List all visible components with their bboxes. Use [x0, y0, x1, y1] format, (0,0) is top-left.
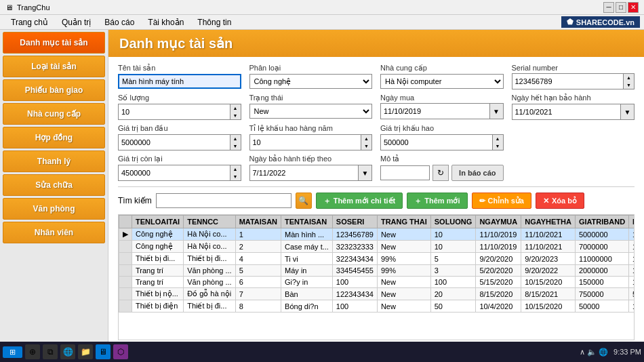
- serial-up-arrow[interactable]: ▲: [624, 74, 634, 81]
- taskbar-app2-icon[interactable]: ⬡: [113, 344, 128, 359]
- nhacungcap-select[interactable]: Hà Nội computer: [380, 74, 504, 89]
- giatribandau-input[interactable]: [119, 135, 230, 150]
- table-row[interactable]: Thiết bị đi... Thiết bị đi... 4 Ti vi 32…: [119, 253, 635, 265]
- tilekhauhao-input[interactable]: [250, 135, 361, 150]
- table-row[interactable]: ▶ Công nghệ Hà Nội co... 1 Màn hình ... …: [119, 228, 635, 241]
- edit-button[interactable]: ✏ Chỉnh sửa: [472, 193, 531, 209]
- field-ngayhethan: Ngày hết hạn bảo hành ▼: [512, 94, 635, 120]
- delete-button[interactable]: ✕ Xóa bỏ: [536, 193, 584, 209]
- search-input[interactable]: [156, 193, 291, 208]
- sidebar-item-vanphong[interactable]: Văn phòng: [3, 198, 105, 220]
- col-trangthai: TRANG THAI: [377, 216, 430, 228]
- cell-ten: Bàn: [281, 288, 333, 300]
- soluong-up-arrow[interactable]: ▲: [230, 104, 241, 112]
- cell-soseri: 123456789: [332, 228, 377, 241]
- soluong-input[interactable]: [119, 104, 230, 119]
- giatribandau-down-arrow[interactable]: ▼: [230, 142, 241, 150]
- ngaymua-date: ▼: [380, 103, 504, 119]
- serial-down-arrow[interactable]: ▼: [624, 81, 634, 89]
- taskbar-task-view-icon[interactable]: ⧉: [43, 344, 58, 359]
- field-serial: Serial number ▲ ▼: [512, 64, 635, 89]
- giatribandau-label: Giá trị ban đầu: [118, 124, 241, 133]
- sidebar-item-phieubangiao[interactable]: Phiếu bàn giao: [3, 79, 105, 101]
- cell-ngaymua: 5/20/2020: [476, 265, 521, 277]
- col-ngaymua: NGAYMUA: [476, 216, 521, 228]
- soluong-down-arrow[interactable]: ▼: [230, 112, 241, 119]
- minimize-button[interactable]: ─: [603, 2, 614, 13]
- field-empty1: [512, 124, 635, 150]
- cell-ngayhet: 9/20/2022: [521, 265, 576, 277]
- giatrikhauhao-up-arrow[interactable]: ▲: [493, 135, 503, 142]
- data-table-container[interactable]: TENLOAITAI TENNCC MATAISAN TENTAISAN SOS…: [118, 214, 635, 340]
- tilekhauhao-up-arrow[interactable]: ▲: [361, 135, 371, 142]
- menu-baocao[interactable]: Báo cáo: [98, 16, 141, 28]
- sidebar-item-thanhly[interactable]: Thanh lý: [3, 150, 105, 172]
- menu-quantri[interactable]: Quản trị: [55, 16, 98, 28]
- close-button[interactable]: ✕: [628, 2, 639, 13]
- giatribandau-up-arrow[interactable]: ▲: [230, 135, 241, 142]
- add-button[interactable]: ＋ Thêm mới: [407, 193, 467, 209]
- col-tenloai: TENLOAITAI: [132, 216, 184, 228]
- cell-soluong: 20: [430, 288, 476, 300]
- search-button[interactable]: 🔍: [296, 193, 312, 209]
- taskbar-edge-icon[interactable]: 🌐: [60, 344, 75, 359]
- giatriconlai-down-arrow[interactable]: ▼: [230, 173, 241, 180]
- ngayhethan-calendar-button[interactable]: ▼: [620, 104, 634, 119]
- table-row[interactable]: Thiết bị nộ... Đồ gỗ hà nội 7 Bàn 122343…: [119, 288, 635, 300]
- taskbar: ⊞ ⊕ ⧉ 🌐 📁 🖥 ⬡ ∧ 🔈 🌐 9:33 PM: [0, 342, 644, 362]
- taskbar-app1-icon[interactable]: 🖥: [96, 344, 110, 359]
- ngaymua-calendar-button[interactable]: ▼: [489, 104, 503, 119]
- taskbar-time: 9:33 PM: [613, 348, 641, 356]
- col-ngayhet: NGAYHETHA: [521, 216, 576, 228]
- ngayhethan-input[interactable]: [512, 104, 621, 119]
- phanloai-select[interactable]: Công nghệ: [249, 74, 373, 89]
- ngaybaohanh-calendar-button[interactable]: ▼: [358, 165, 371, 180]
- refresh-button[interactable]: ↻: [432, 165, 449, 181]
- trangthai-select[interactable]: New: [249, 104, 373, 119]
- print-report-button[interactable]: In báo cáo: [451, 165, 503, 181]
- cell-ngayhet: 11/10/2021: [521, 228, 576, 241]
- serial-input[interactable]: [512, 74, 624, 89]
- cell-khauhao: 10: [629, 253, 635, 265]
- giatrikhauhao-down-arrow[interactable]: ▼: [493, 142, 503, 150]
- cell-tenncc: Thiết bị đi...: [184, 300, 235, 313]
- cell-soseri: 100: [332, 300, 377, 313]
- menu-taikhoan[interactable]: Tài khoản: [141, 16, 190, 28]
- giatrikhauhao-input[interactable]: [381, 135, 492, 150]
- row-indicator: [119, 241, 132, 253]
- sidebar-item-danhmuctaisan[interactable]: Danh mục tài sản: [3, 32, 105, 54]
- table-row[interactable]: Thiết bị điện Thiết bị đi... 8 Bóng di?n…: [119, 300, 635, 313]
- mota-input[interactable]: [380, 165, 430, 180]
- cell-tenncc: Thiết bị đi...: [184, 253, 235, 265]
- table-row[interactable]: Trang trí Văn phòng ... 5 Máy in 3345454…: [119, 265, 635, 277]
- giatriconlai-input[interactable]: [119, 165, 230, 180]
- ngaymua-input[interactable]: [381, 104, 489, 119]
- menu-trangchu[interactable]: Trang chủ: [4, 16, 55, 28]
- sidebar-item-loaitaisan[interactable]: Loại tài sản: [3, 56, 105, 77]
- add-detail-button[interactable]: ＋ Thêm mới chi tiết: [316, 193, 403, 209]
- cell-ten: Ti vi: [281, 253, 333, 265]
- cell-soluong: 3: [430, 265, 476, 277]
- cell-trangthai: New: [377, 277, 430, 288]
- ngaybaohanh-input[interactable]: [250, 165, 359, 180]
- col-soluong: SOLUONG: [430, 216, 476, 228]
- giatriconlai-spin: ▲ ▼: [118, 165, 241, 181]
- cell-ma: 1: [235, 228, 281, 241]
- taskbar-folder-icon[interactable]: 📁: [78, 344, 93, 359]
- sidebar-item-nhanvien[interactable]: Nhân viên: [3, 222, 105, 243]
- sidebar-item-nhacungcap[interactable]: Nhà cung cấp: [3, 103, 105, 125]
- maximize-button[interactable]: □: [616, 2, 626, 13]
- table-row[interactable]: Trang trí Văn phòng ... 6 Gi?y in 100 Ne…: [119, 277, 635, 288]
- sidebar-item-suachua[interactable]: Sửa chữa: [3, 174, 105, 196]
- tentaisan-input[interactable]: [118, 74, 241, 89]
- taskbar-search-icon[interactable]: ⊕: [25, 344, 40, 359]
- tilekhauhao-down-arrow[interactable]: ▼: [361, 142, 371, 150]
- table-row[interactable]: Công nghệ Hà Nội co... 2 Case máy t... 3…: [119, 241, 635, 253]
- ngayhethan-date: ▼: [512, 104, 635, 120]
- start-button[interactable]: ⊞: [3, 346, 22, 358]
- sidebar-item-hopdong[interactable]: Hợp đồng: [3, 127, 105, 148]
- menu-thongtin[interactable]: Thông tin: [190, 16, 238, 28]
- giatriconlai-up-arrow[interactable]: ▲: [230, 165, 241, 173]
- field-phanloai: Phân loại Công nghệ: [249, 64, 373, 89]
- cell-trangthai: New: [377, 228, 430, 241]
